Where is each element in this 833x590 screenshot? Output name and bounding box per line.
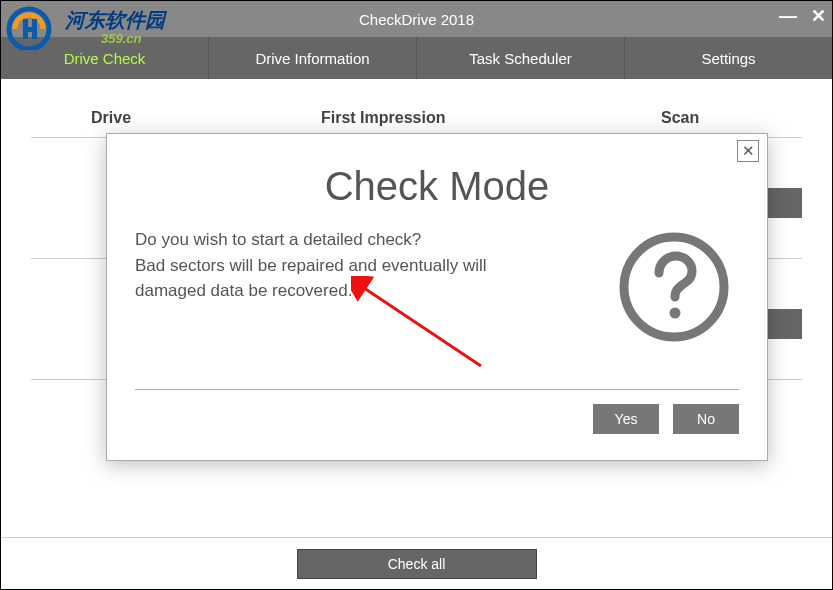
watermark-logo [5, 5, 65, 50]
dialog-line3: damaged data be recovered. [135, 281, 352, 300]
dialog-message: Do you wish to start a detailed check? B… [135, 227, 609, 347]
check-all-button[interactable]: Check all [297, 549, 537, 579]
no-button[interactable]: No [673, 404, 739, 434]
minimize-button[interactable]: — [779, 7, 797, 25]
watermark-text: 河东软件园 [65, 7, 165, 34]
dialog-title: Check Mode [135, 164, 739, 209]
tab-task-scheduler[interactable]: Task Scheduler [417, 37, 625, 79]
watermark-sub: 359.cn [101, 31, 141, 46]
tab-drive-information[interactable]: Drive Information [209, 37, 417, 79]
tab-settings[interactable]: Settings [625, 37, 832, 79]
yes-button[interactable]: Yes [593, 404, 659, 434]
window-close-button[interactable]: ✕ [811, 7, 826, 25]
bottom-bar: Check all [1, 537, 832, 589]
dialog-line1: Do you wish to start a detailed check? [135, 230, 421, 249]
col-drive: Drive [91, 109, 321, 127]
dialog-close-button[interactable]: ✕ [737, 140, 759, 162]
col-first-impression: First Impression [321, 109, 661, 127]
svg-point-5 [670, 308, 681, 319]
question-icon [609, 227, 739, 347]
col-scan: Scan [661, 109, 761, 127]
dialog-separator [135, 389, 739, 390]
svg-rect-3 [23, 27, 37, 32]
dialog-line2: Bad sectors will be repaired and eventua… [135, 256, 487, 275]
column-headers: Drive First Impression Scan [31, 79, 802, 137]
check-mode-dialog: ✕ Check Mode Do you wish to start a deta… [106, 133, 768, 461]
